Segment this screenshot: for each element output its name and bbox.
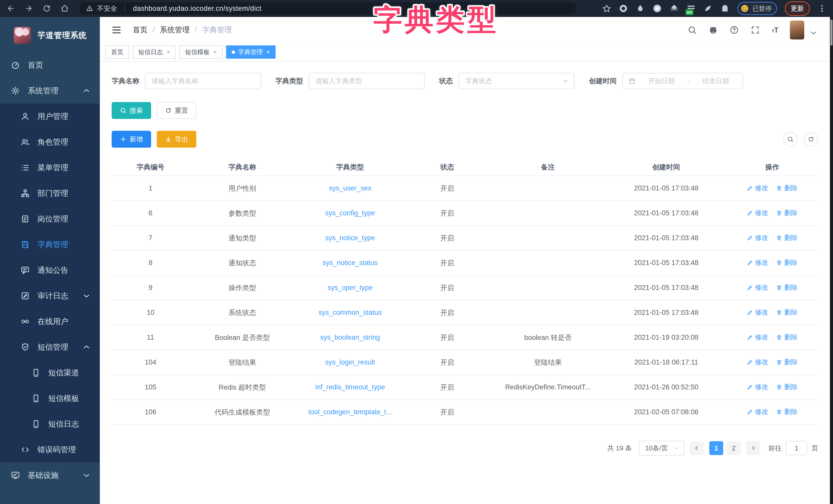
sidebar-item-phone-12[interactable]: 短信渠道	[0, 360, 100, 385]
tab-3[interactable]: 字典管理×	[226, 45, 276, 59]
cell-type[interactable]: sys_boolean_string	[295, 325, 405, 350]
edit-row-link[interactable]: 修改	[747, 382, 768, 392]
next-page-button[interactable]	[746, 441, 760, 455]
sidebar-item-gear-1[interactable]: 系统管理	[0, 78, 100, 104]
sidebar-item-badge-6[interactable]: 岗位管理	[0, 206, 100, 232]
delete-row-link[interactable]: 删除	[776, 208, 798, 218]
github-icon[interactable]	[709, 25, 718, 34]
browser-menu-icon[interactable]	[817, 4, 826, 13]
forward-icon[interactable]	[25, 4, 33, 12]
page-button-1[interactable]: 1	[709, 441, 723, 455]
sidebar-logo-row[interactable]: 芋道管理系统	[0, 17, 100, 50]
edit-row-link[interactable]: 修改	[747, 233, 768, 242]
extension-icon[interactable]	[669, 4, 679, 13]
sidebar-item-phone-14[interactable]: 短信日志	[0, 411, 100, 437]
breadcrumb-home[interactable]: 首页	[133, 25, 147, 35]
edit-icon	[747, 185, 753, 191]
sidebar-item-monitor-16[interactable]: 基础设施	[0, 462, 100, 488]
sidebar-item-code-15[interactable]: 错误码管理	[0, 437, 100, 462]
date-range-picker[interactable]: 开始日期 - 结束日期	[622, 73, 743, 89]
extension-icon[interactable]	[720, 4, 730, 13]
sidebar-item-user-2[interactable]: 用户管理	[0, 104, 100, 129]
address-bar[interactable]: 不安全 dashboard.yudao.iocoder.cn/system/di…	[79, 2, 577, 15]
avatar-caret-icon[interactable]	[809, 28, 818, 37]
prev-page-button[interactable]	[690, 441, 704, 455]
reload-icon[interactable]	[43, 4, 51, 12]
delete-row-link[interactable]: 删除	[776, 283, 798, 292]
page-size-select[interactable]: 10条/页	[639, 441, 684, 456]
dict-type-input[interactable]	[309, 73, 425, 89]
cell-type[interactable]: tool_codegen_template_t...	[295, 400, 405, 425]
delete-row-link[interactable]: 删除	[776, 358, 798, 367]
delete-row-link[interactable]: 删除	[776, 308, 798, 317]
search-icon[interactable]	[688, 25, 697, 34]
sidebar-item-log-9[interactable]: 审计日志	[0, 283, 100, 309]
delete-row-link[interactable]: 删除	[776, 382, 798, 392]
refresh-table-button[interactable]	[804, 132, 818, 146]
sidebar-toggle-icon[interactable]	[112, 25, 121, 35]
edit-row-link[interactable]: 修改	[747, 333, 768, 342]
sidebar-item-link-10[interactable]: 在线用户	[0, 309, 100, 334]
edit-row-link[interactable]: 修改	[747, 407, 768, 416]
breadcrumb-system[interactable]: 系统管理	[160, 25, 190, 35]
export-button[interactable]: 导出	[157, 131, 196, 148]
cell-type[interactable]: inf_redis_timeout_type	[295, 375, 405, 400]
tab-2[interactable]: 短信模板×	[180, 45, 222, 59]
delete-row-link[interactable]: 删除	[776, 333, 798, 342]
add-button[interactable]: 新增	[112, 131, 151, 148]
close-tab-icon[interactable]: ×	[266, 48, 270, 56]
browser-update-button[interactable]: 更新	[785, 1, 810, 16]
close-tab-icon[interactable]: ×	[213, 48, 217, 56]
back-icon[interactable]	[7, 4, 15, 12]
sidebar-item-phone-13[interactable]: 短信模板	[0, 385, 100, 411]
cell-type[interactable]: sys_config_type	[295, 201, 405, 226]
font-size-icon[interactable]: тT	[772, 26, 778, 34]
sidebar-item-menu-4[interactable]: 菜单管理	[0, 155, 100, 180]
fullscreen-icon[interactable]	[751, 25, 760, 34]
cell-type[interactable]: sys_notice_type	[295, 226, 405, 250]
status-select[interactable]: 字典状态	[458, 73, 575, 89]
edit-row-link[interactable]: 修改	[747, 358, 768, 367]
extension-icon[interactable]	[704, 4, 713, 13]
delete-row-link[interactable]: 删除	[776, 183, 798, 193]
cell-type[interactable]: sys_oper_type	[295, 275, 405, 300]
delete-row-link[interactable]: 删除	[776, 258, 798, 267]
delete-row-link[interactable]: 删除	[776, 233, 798, 242]
browser-profile-badge[interactable]: 已暂停	[737, 2, 777, 15]
cell-type[interactable]: sys_common_status	[295, 300, 405, 325]
scrollbar-thumb[interactable]	[830, 20, 832, 46]
reset-button[interactable]: 重置	[157, 102, 196, 119]
edit-row-link[interactable]: 修改	[747, 183, 768, 193]
sidebar-item-gauge-0[interactable]: 首页	[0, 52, 100, 78]
close-tab-icon[interactable]: ×	[167, 48, 170, 56]
sidebar-item-shield-11[interactable]: 短信管理	[0, 334, 100, 360]
sidebar-item-book-7[interactable]: 字典管理	[0, 232, 100, 257]
edit-row-link[interactable]: 修改	[747, 258, 768, 267]
goto-page-input[interactable]	[786, 441, 807, 455]
tab-0[interactable]: 首页	[105, 45, 129, 59]
home-icon[interactable]	[61, 4, 69, 12]
extension-icon[interactable]	[619, 4, 628, 13]
user-avatar[interactable]	[790, 21, 804, 40]
edit-row-link[interactable]: 修改	[747, 208, 768, 218]
extension-icon[interactable]	[636, 4, 645, 13]
delete-row-link[interactable]: 删除	[776, 407, 798, 416]
search-button[interactable]: 搜索	[112, 102, 151, 119]
extension-icon[interactable]: on	[687, 4, 696, 13]
tab-1[interactable]: 短信日志×	[133, 45, 176, 59]
bookmark-star-icon[interactable]	[602, 4, 611, 13]
edit-row-link[interactable]: 修改	[747, 308, 768, 317]
cell-type[interactable]: sys_notice_status	[295, 250, 405, 275]
extension-icon[interactable]	[652, 4, 662, 13]
edit-row-link[interactable]: 修改	[747, 283, 768, 292]
cell-type[interactable]: sys_login_result	[295, 350, 405, 375]
page-button-2[interactable]: 2	[727, 441, 741, 455]
sidebar-item-org-5[interactable]: 部门管理	[0, 180, 100, 206]
cell-type[interactable]: sys_user_sex	[295, 176, 405, 201]
help-icon[interactable]	[730, 25, 739, 34]
status-label: 状态	[439, 76, 453, 85]
sidebar-item-users-3[interactable]: 角色管理	[0, 129, 100, 155]
hide-search-button[interactable]	[783, 132, 798, 146]
sidebar-item-chat-8[interactable]: 通知公告	[0, 257, 100, 283]
dict-name-input[interactable]	[145, 73, 261, 89]
